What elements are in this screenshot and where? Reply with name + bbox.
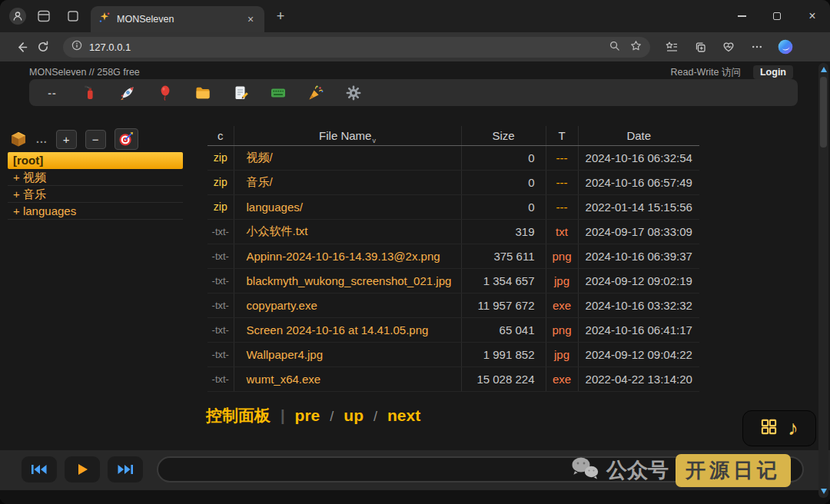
workspaces-icon[interactable] bbox=[37, 9, 51, 23]
play-button[interactable] bbox=[65, 456, 100, 482]
file-link[interactable]: Appinn-2024-10-16-14.39.13@2x.png bbox=[234, 244, 461, 268]
file-link[interactable]: 视频/ bbox=[234, 145, 461, 170]
file-link[interactable]: blackmyth_wukong_screenshot_021.jpg bbox=[234, 268, 461, 293]
music-note-icon[interactable]: ♪ bbox=[788, 418, 798, 439]
tree-collapse-button[interactable]: − bbox=[85, 130, 106, 149]
footer-separator: | bbox=[281, 407, 285, 425]
file-size: 11 957 672 bbox=[461, 293, 546, 317]
maximize-button[interactable] bbox=[759, 0, 795, 32]
next-link[interactable]: next bbox=[387, 406, 420, 425]
watermark: 公众号 开源日记 bbox=[570, 453, 791, 488]
table-row: -txt-Appinn-2024-10-16-14.39.13@2x.png37… bbox=[208, 244, 699, 268]
up-link[interactable]: up bbox=[344, 406, 364, 425]
file-link[interactable]: wumt_x64.exe bbox=[234, 366, 461, 391]
scroll-up-icon[interactable] bbox=[821, 67, 827, 72]
keyboard-icon[interactable] bbox=[269, 84, 287, 102]
gear-icon[interactable] bbox=[344, 84, 363, 102]
package-icon[interactable] bbox=[9, 130, 28, 148]
zip-download-link[interactable]: zip bbox=[208, 170, 234, 194]
header-c[interactable]: c bbox=[208, 126, 234, 145]
tree-item[interactable]: + languages bbox=[8, 203, 183, 220]
file-link[interactable]: 小众软件.txt bbox=[234, 219, 461, 244]
next-track-button[interactable] bbox=[108, 456, 143, 482]
file-type: exe bbox=[546, 293, 578, 317]
memo-icon[interactable] bbox=[231, 84, 250, 102]
file-link[interactable]: Screen 2024-10-16 at 14.41.05.png bbox=[234, 317, 461, 342]
browser-essentials-icon[interactable] bbox=[718, 36, 739, 58]
header-type[interactable]: T bbox=[546, 126, 578, 145]
scroll-down-icon[interactable] bbox=[821, 489, 827, 494]
tree-item[interactable]: [root] bbox=[8, 152, 183, 169]
fire-extinguisher-icon[interactable] bbox=[81, 84, 99, 102]
folder-icon[interactable] bbox=[194, 84, 212, 102]
tree-item[interactable]: + 视频 bbox=[8, 169, 183, 186]
file-date: 2024-10-16 06:57:49 bbox=[578, 170, 699, 194]
footer-nav: 控制面板 | pre / up / next bbox=[206, 405, 420, 426]
sidebar-controls: ... + − bbox=[9, 128, 138, 151]
refresh-button[interactable] bbox=[32, 36, 54, 58]
rocket-icon[interactable] bbox=[118, 84, 137, 102]
table-row: -txt-Screen 2024-10-16 at 14.41.05.png65… bbox=[208, 317, 699, 342]
minimize-button[interactable] bbox=[724, 0, 759, 32]
file-size: 65 041 bbox=[461, 317, 546, 342]
pre-link[interactable]: pre bbox=[295, 406, 320, 425]
file-size: 1 991 852 bbox=[461, 342, 546, 366]
tab-close-icon[interactable]: × bbox=[244, 13, 257, 25]
table-row: zip视频/0---2024-10-16 06:32:54 bbox=[208, 145, 699, 170]
header-file-name[interactable]: File Namev bbox=[234, 126, 461, 145]
new-tab-button[interactable]: + bbox=[271, 7, 290, 25]
control-panel-link[interactable]: 控制面板 bbox=[206, 405, 271, 426]
close-button[interactable]: × bbox=[795, 0, 830, 32]
more-options-icon[interactable] bbox=[746, 36, 768, 58]
watermark-account-label: 公众号 bbox=[606, 456, 669, 484]
navbar-actions bbox=[661, 36, 796, 58]
c-label: -txt- bbox=[208, 244, 234, 268]
file-link[interactable]: 音乐/ bbox=[234, 170, 461, 194]
address-bar-actions bbox=[609, 40, 642, 55]
zip-download-link[interactable]: zip bbox=[208, 145, 234, 170]
collections-icon[interactable] bbox=[689, 36, 711, 58]
browser-window: MONSeleven × + × 127.0.0.1 bbox=[0, 0, 830, 504]
target-icon bbox=[118, 131, 134, 148]
watermark-account-name: 开源日记 bbox=[676, 454, 791, 487]
file-size: 0 bbox=[461, 170, 546, 194]
site-info-icon[interactable] bbox=[71, 40, 82, 54]
favorites-bar-icon[interactable] bbox=[661, 36, 682, 58]
tree-expand-button[interactable]: + bbox=[56, 130, 77, 149]
search-icon[interactable] bbox=[609, 40, 620, 55]
sidebar-dots-button[interactable]: ... bbox=[36, 133, 48, 145]
tree-item[interactable]: + 音乐 bbox=[8, 186, 183, 203]
favorite-star-icon[interactable] bbox=[630, 40, 642, 55]
login-link[interactable]: Login bbox=[753, 65, 793, 79]
play-icon bbox=[75, 463, 89, 476]
file-type: --- bbox=[546, 170, 578, 194]
file-link[interactable]: languages/ bbox=[234, 194, 461, 219]
back-button[interactable] bbox=[11, 36, 32, 58]
file-link[interactable]: copyparty.exe bbox=[234, 293, 461, 317]
file-date: 2022-04-22 13:14:20 bbox=[578, 366, 699, 391]
file-link[interactable]: Wallpaper4.jpg bbox=[234, 342, 461, 366]
grid-view-icon[interactable] bbox=[760, 418, 778, 439]
toolbar-collapse-button[interactable]: -- bbox=[43, 84, 61, 102]
profile-avatar[interactable] bbox=[9, 8, 26, 25]
copilot-icon[interactable] bbox=[775, 36, 796, 58]
header-size[interactable]: Size bbox=[461, 126, 546, 145]
skip-forward-icon bbox=[116, 463, 134, 476]
header-date[interactable]: Date bbox=[578, 126, 699, 145]
target-button[interactable] bbox=[115, 128, 138, 150]
zip-download-link[interactable]: zip bbox=[208, 194, 234, 219]
browser-tab[interactable]: MONSeleven × bbox=[91, 6, 264, 32]
party-popper-icon[interactable] bbox=[307, 84, 325, 102]
sort-indicator: v bbox=[372, 137, 376, 144]
balloon-icon[interactable] bbox=[156, 84, 174, 102]
scrollbar-thumb[interactable] bbox=[820, 77, 827, 148]
file-type: --- bbox=[546, 145, 578, 170]
tab-actions-icon[interactable] bbox=[66, 9, 80, 23]
previous-track-button[interactable] bbox=[22, 456, 57, 482]
address-bar[interactable]: 127.0.0.1 bbox=[63, 37, 650, 58]
tab-title: MONSeleven bbox=[117, 14, 238, 25]
page-header: MONSeleven // 258G free Read-Write 访问 Lo… bbox=[29, 65, 793, 79]
footer-slash: / bbox=[330, 409, 334, 425]
page-toolbar: -- bbox=[29, 79, 798, 106]
page-scrollbar[interactable] bbox=[818, 63, 828, 498]
